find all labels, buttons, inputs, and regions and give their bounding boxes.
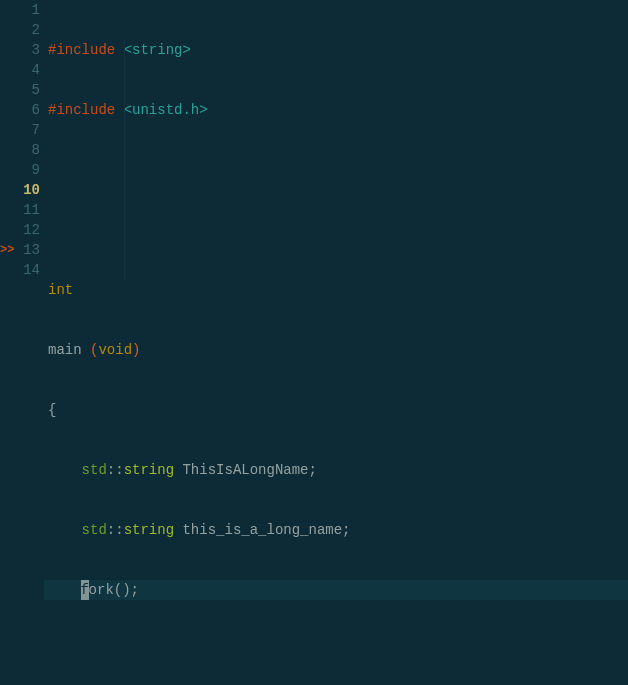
sign-column: >> [0, 0, 16, 685]
line-number: 8 [16, 140, 40, 160]
code-line-cursor[interactable]: fork(); [44, 580, 628, 600]
line-number: 6 [16, 100, 40, 120]
line-number: 4 [16, 60, 40, 80]
code-line[interactable]: int [44, 280, 628, 300]
cursor: f [81, 580, 89, 600]
line-number-gutter: 1 2 3 4 5 6 7 8 9 10 11 12 13 14 [16, 0, 44, 685]
line-number: 13 [16, 240, 40, 260]
line-number: 2 [16, 20, 40, 40]
line-number: 11 [16, 200, 40, 220]
code-line[interactable] [44, 160, 628, 180]
line-number: 3 [16, 40, 40, 60]
code-line[interactable] [44, 640, 628, 660]
line-number: 14 [16, 260, 40, 280]
text-buffer[interactable]: >> 1 2 3 4 5 6 7 8 9 10 11 12 13 14 #inc… [0, 0, 628, 685]
line-number: 5 [16, 80, 40, 100]
code-area[interactable]: #include <string> #include <unistd.h> in… [44, 0, 628, 685]
code-line[interactable] [44, 220, 628, 240]
code-line[interactable]: #include <string> [44, 40, 628, 60]
line-number-current: 10 [16, 180, 40, 200]
line-number: 12 [16, 220, 40, 240]
line-number: 9 [16, 160, 40, 180]
code-line[interactable]: #include <unistd.h> [44, 100, 628, 120]
line-number: 7 [16, 120, 40, 140]
code-line[interactable]: { [44, 400, 628, 420]
code-line[interactable]: std::string ThisIsALongName; [44, 460, 628, 480]
line-number: 1 [16, 0, 40, 20]
diagnostic-sign: >> [0, 240, 16, 260]
code-line[interactable]: std::string this_is_a_long_name; [44, 520, 628, 540]
vim-editor: >> 1 2 3 4 5 6 7 8 9 10 11 12 13 14 #inc… [0, 0, 628, 685]
code-line[interactable]: main (void) [44, 340, 628, 360]
